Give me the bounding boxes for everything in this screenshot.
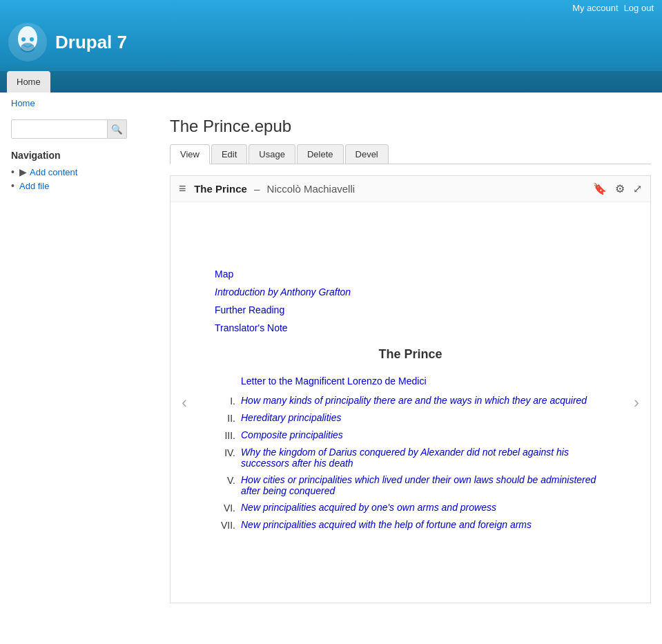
toc-text-5: How cities or principalities which lived… xyxy=(241,474,606,496)
add-content-link[interactable]: Add content xyxy=(30,167,77,177)
toc-num-6: VI. xyxy=(215,502,235,514)
epub-section-title: The Prince xyxy=(215,347,606,362)
epub-toc: I. How many kinds of principality there … xyxy=(215,395,606,531)
sidebar-nav: ▶Add content Add file xyxy=(11,166,152,191)
translators-note-link[interactable]: Translator's Note xyxy=(215,322,606,333)
tab-delete[interactable]: Delete xyxy=(297,144,344,164)
epub-toolbar-left: ≡ The Prince – Niccolò Machiavelli xyxy=(179,182,355,196)
toc-num-5: V. xyxy=(215,474,235,486)
main-layout: 🔍 Navigation ▶Add content Add file The P… xyxy=(0,114,662,614)
top-bar: My account Log out Drupal 7 Home xyxy=(0,0,662,92)
toc-num-3: III. xyxy=(215,429,235,441)
epub-plain-links: Map Introduction by Anthony Grafton Furt… xyxy=(215,269,606,333)
epub-toolbar-icons: 🔖 ⚙ ⤢ xyxy=(593,182,642,195)
epub-separator: – xyxy=(251,183,263,195)
navigation-title: Navigation xyxy=(11,150,152,161)
add-file-link[interactable]: Add file xyxy=(19,181,49,191)
toc-header-link[interactable]: Letter to the Magnificent Lorenzo de Med… xyxy=(241,375,427,387)
toc-text-6: New principalities acquired by one's own… xyxy=(241,502,606,513)
epub-body: ‹ Map Introduction by Anthony Grafton Fu… xyxy=(171,202,650,603)
bookmark-icon[interactable]: 🔖 xyxy=(593,182,607,195)
svg-point-3 xyxy=(21,37,26,41)
sidebar-item-add-content: ▶Add content xyxy=(11,166,152,177)
home-menu-item[interactable]: Home xyxy=(7,71,50,92)
content-tabs: View Edit Usage Delete Devel xyxy=(170,144,651,164)
tab-devel[interactable]: Devel xyxy=(345,144,389,164)
top-nav-links: My account Log out xyxy=(0,0,662,16)
toc-text-4: Why the kingdom of Darius conquered by A… xyxy=(241,447,606,469)
header-area: Drupal 7 xyxy=(0,16,662,71)
sidebar-item-add-file: Add file xyxy=(11,180,152,191)
further-reading-link[interactable]: Further Reading xyxy=(215,304,606,315)
breadcrumb-home[interactable]: Home xyxy=(11,98,35,108)
primary-menu: Home xyxy=(0,71,662,92)
tab-usage[interactable]: Usage xyxy=(249,144,295,164)
toc-link-5[interactable]: How cities or principalities which lived… xyxy=(241,474,596,496)
site-title: Drupal 7 xyxy=(55,32,127,53)
breadcrumb: Home xyxy=(0,92,662,114)
epub-page: Map Introduction by Anthony Grafton Furt… xyxy=(198,257,623,547)
tab-view[interactable]: View xyxy=(170,144,210,164)
page-title: The Prince.epub xyxy=(170,117,651,136)
toc-num-7: VII. xyxy=(215,519,235,531)
epub-toolbar: ≡ The Prince – Niccolò Machiavelli 🔖 ⚙ ⤢ xyxy=(171,176,650,202)
epub-author: Niccolò Machiavelli xyxy=(267,183,356,195)
toc-link-7[interactable]: New principalities acquired with the hel… xyxy=(241,519,532,530)
search-input[interactable] xyxy=(11,119,108,139)
map-link[interactable]: Map xyxy=(215,269,606,280)
toc-text-1: How many kinds of principality there are… xyxy=(241,395,606,406)
search-icon: 🔍 xyxy=(111,124,123,135)
toc-num-4: IV. xyxy=(215,447,235,458)
toc-item-1: I. How many kinds of principality there … xyxy=(215,395,606,407)
toc-text-2: Hereditary principalities xyxy=(241,412,606,423)
arrow-icon: ▶ xyxy=(19,166,27,177)
toc-text-7: New principalities acquired with the hel… xyxy=(241,519,606,530)
toc-text-3: Composite principalities xyxy=(241,429,606,440)
toc-link-6[interactable]: New principalities acquired by one's own… xyxy=(241,502,496,513)
toc-link-3[interactable]: Composite principalities xyxy=(241,429,343,440)
svg-point-4 xyxy=(30,37,34,41)
drupal-logo xyxy=(7,21,48,63)
epub-book-title: The Prince xyxy=(194,183,247,195)
settings-icon[interactable]: ⚙ xyxy=(615,182,625,195)
toc-item-5: V. How cities or principalities which li… xyxy=(215,474,606,496)
sidebar: 🔍 Navigation ▶Add content Add file xyxy=(0,117,159,614)
toc-link-1[interactable]: How many kinds of principality there are… xyxy=(241,395,587,406)
toc-item-6: VI. New principalities acquired by one's… xyxy=(215,502,606,514)
toc-num-2: II. xyxy=(215,412,235,424)
epub-viewer: ≡ The Prince – Niccolò Machiavelli 🔖 ⚙ ⤢… xyxy=(170,175,651,603)
toc-item-4: IV. Why the kingdom of Darius conquered … xyxy=(215,447,606,469)
toc-num-1: I. xyxy=(215,395,235,407)
search-button[interactable]: 🔍 xyxy=(108,119,127,139)
log-out-link[interactable]: Log out xyxy=(624,3,654,13)
next-page-arrow[interactable]: › xyxy=(623,393,650,412)
main-content: The Prince.epub View Edit Usage Delete D… xyxy=(159,117,662,614)
toc-link-4[interactable]: Why the kingdom of Darius conquered by A… xyxy=(241,447,569,469)
prev-page-arrow[interactable]: ‹ xyxy=(171,393,198,412)
introduction-link[interactable]: Introduction by Anthony Grafton xyxy=(215,286,606,297)
my-account-link[interactable]: My account xyxy=(572,3,618,13)
toc-item-3: III. Composite principalities xyxy=(215,429,606,441)
sidebar-search: 🔍 xyxy=(11,119,152,139)
fullscreen-icon[interactable]: ⤢ xyxy=(633,182,642,195)
hamburger-icon[interactable]: ≡ xyxy=(179,182,186,196)
toc-item-2: II. Hereditary principalities xyxy=(215,412,606,424)
toc-item-7: VII. New principalities acquired with th… xyxy=(215,519,606,531)
toc-link-2[interactable]: Hereditary principalities xyxy=(241,412,342,423)
tab-edit[interactable]: Edit xyxy=(211,144,247,164)
